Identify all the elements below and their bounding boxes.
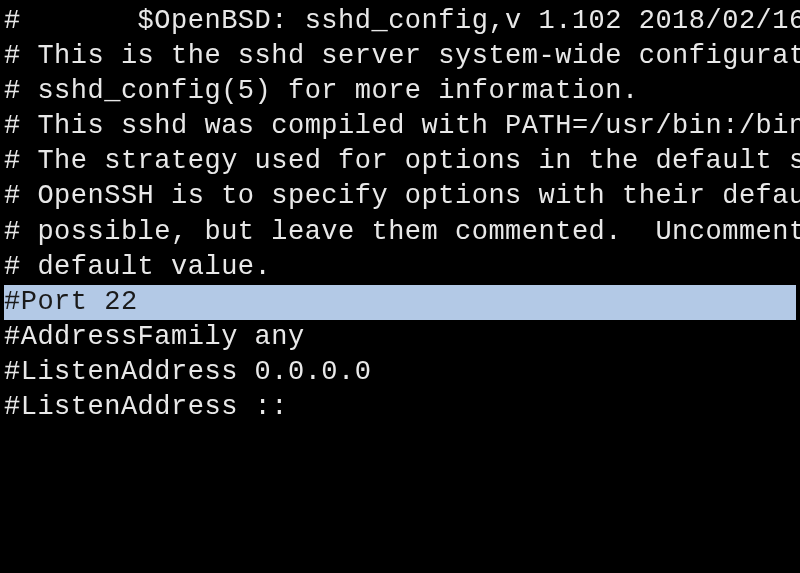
editor-content[interactable]: # $OpenBSD: sshd_config,v 1.102 2018/02/… <box>4 4 796 425</box>
selected-line: #Port 22 <box>4 285 796 320</box>
config-comment-line: # possible, but leave them commented. Un… <box>4 215 796 250</box>
config-line: #ListenAddress 0.0.0.0 <box>4 355 796 390</box>
config-comment-line: # The strategy used for options in the d… <box>4 144 796 179</box>
config-comment-line: # This is the sshd server system-wide co… <box>4 39 796 74</box>
config-comment-line: # sshd_config(5) for more information. <box>4 74 796 109</box>
config-line: #ListenAddress :: <box>4 390 796 425</box>
config-comment-line: # default value. <box>4 250 796 285</box>
config-comment-line: # OpenSSH is to specify options with the… <box>4 179 796 214</box>
config-line: #AddressFamily any <box>4 320 796 355</box>
config-comment-line: # $OpenBSD: sshd_config,v 1.102 2018/02/… <box>4 4 796 39</box>
config-comment-line: # This sshd was compiled with PATH=/usr/… <box>4 109 796 144</box>
